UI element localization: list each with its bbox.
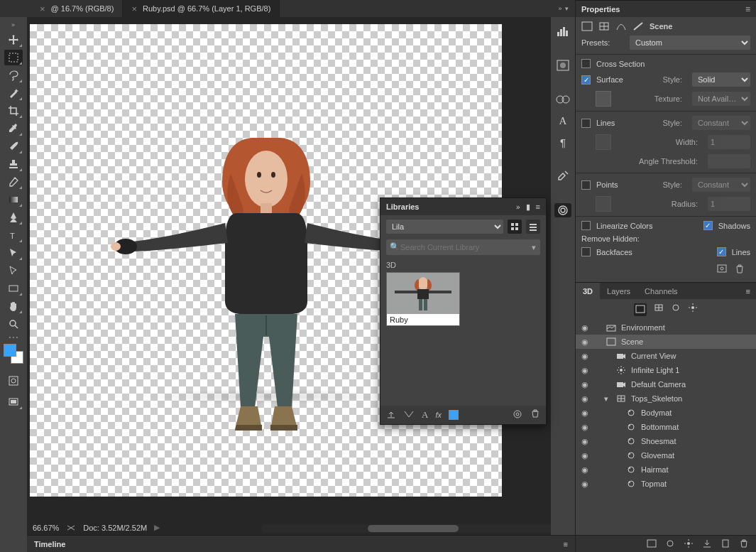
- character-panel-icon[interactable]: A: [554, 114, 571, 128]
- add-color-icon[interactable]: [449, 410, 459, 420]
- direct-selection-tool[interactable]: [4, 263, 23, 278]
- angle-threshold-input[interactable]: [708, 154, 750, 168]
- toolbox-overflow-icon[interactable]: »: [11, 21, 16, 28]
- linearize-checkbox[interactable]: [581, 221, 591, 230]
- magic-wand-tool[interactable]: [4, 85, 23, 101]
- tree-node[interactable]: ◉Shoesmat: [576, 434, 756, 448]
- properties-panel-header[interactable]: Properties ≡: [576, 0, 756, 17]
- filter-scene-icon[interactable]: [634, 303, 647, 316]
- move-tool[interactable]: [4, 32, 23, 48]
- library-item[interactable]: Ruby: [386, 272, 460, 326]
- gradient-tool[interactable]: [4, 192, 23, 207]
- visibility-icon[interactable]: ◉: [580, 408, 590, 418]
- brush-settings-panel-icon[interactable]: [554, 169, 571, 183]
- shadows-checkbox[interactable]: [703, 221, 713, 230]
- filter-mesh-icon[interactable]: [654, 303, 664, 316]
- crop-tool[interactable]: [4, 103, 23, 119]
- visibility-icon[interactable]: ◉: [580, 480, 590, 489]
- libraries-panel[interactable]: Libraries » ▮ ≡ Lila 🔍 ▾ 3D Ruby: [380, 197, 547, 425]
- visibility-icon[interactable]: ◉: [580, 465, 590, 475]
- filter-material-icon[interactable]: [671, 303, 681, 316]
- disclosure-icon[interactable]: ▾: [604, 394, 611, 404]
- presets-select[interactable]: Custom: [630, 36, 750, 50]
- dock-icon[interactable]: ▮: [526, 202, 530, 212]
- visibility-icon[interactable]: ◉: [580, 366, 590, 375]
- histogram-panel-icon[interactable]: [554, 24, 571, 38]
- cc-libraries-panel-icon[interactable]: [554, 203, 571, 217]
- add-text-style-icon[interactable]: A: [422, 409, 428, 421]
- zoom-tool[interactable]: [4, 316, 23, 332]
- render-settings-icon[interactable]: [716, 264, 728, 275]
- visibility-icon[interactable]: ◉: [580, 394, 590, 404]
- collapse-icon[interactable]: »: [516, 203, 520, 211]
- screen-mode-icon[interactable]: [4, 394, 23, 410]
- tree-node[interactable]: ◉Current View: [576, 349, 756, 363]
- search-scope-icon[interactable]: ▾: [532, 243, 536, 252]
- adjustments-panel-icon[interactable]: [554, 92, 571, 107]
- points-radius-input[interactable]: [708, 197, 750, 211]
- zoom-dropdown-icon[interactable]: [66, 524, 76, 531]
- points-checkbox[interactable]: [581, 180, 591, 190]
- tab-layers[interactable]: Layers: [600, 283, 637, 299]
- visibility-icon[interactable]: ◉: [580, 437, 590, 446]
- footer-icon[interactable]: [665, 539, 675, 549]
- upload-icon[interactable]: [386, 410, 396, 420]
- add-to-ground-icon[interactable]: [702, 539, 712, 549]
- foreground-color-swatch[interactable]: [4, 344, 16, 357]
- scrollbar-thumb[interactable]: [368, 525, 459, 532]
- surface-color-swatch[interactable]: [596, 91, 611, 107]
- tree-node[interactable]: ◉Hairmat: [576, 462, 756, 477]
- tree-node[interactable]: ◉Environment: [576, 320, 756, 335]
- footer-icon[interactable]: [647, 539, 657, 549]
- libraries-header[interactable]: Libraries » ▮ ≡: [380, 198, 546, 215]
- tree-node[interactable]: ◉▾Tops_Skeleton: [576, 391, 756, 406]
- trash-icon[interactable]: [735, 264, 745, 275]
- backfaces-checkbox[interactable]: [581, 247, 591, 256]
- visibility-icon[interactable]: ◉: [580, 323, 590, 332]
- new-icon[interactable]: [721, 539, 730, 549]
- pen-tool[interactable]: [4, 210, 23, 225]
- points-color-swatch[interactable]: [596, 196, 611, 212]
- tree-node[interactable]: ◉Bottommat: [576, 420, 756, 434]
- panel-menu-icon[interactable]: ≡: [746, 283, 756, 299]
- close-icon[interactable]: ×: [40, 4, 45, 14]
- brush-tool[interactable]: [4, 139, 23, 154]
- trash-icon[interactable]: [739, 539, 749, 549]
- hand-tool[interactable]: [4, 298, 23, 314]
- lasso-tool[interactable]: [4, 67, 23, 83]
- cross-section-checkbox[interactable]: [581, 59, 591, 68]
- color-swatches[interactable]: [4, 344, 23, 364]
- stamp-tool[interactable]: [4, 156, 23, 172]
- lines2-checkbox[interactable]: [717, 247, 726, 256]
- lines-style-select[interactable]: Constant: [692, 116, 750, 130]
- filter-light-icon[interactable]: [688, 303, 698, 316]
- tree-node[interactable]: ◉Default Camera: [576, 377, 756, 391]
- panel-menu-icon[interactable]: ≡: [564, 540, 568, 548]
- visibility-icon[interactable]: ◉: [580, 380, 590, 389]
- tree-node[interactable]: ◉Scene: [576, 335, 756, 349]
- tree-node[interactable]: ◉Infinite Light 1: [576, 363, 756, 377]
- horizontal-scrollbar[interactable]: [261, 524, 565, 533]
- eraser-tool[interactable]: [4, 174, 23, 190]
- surface-style-select[interactable]: Solid: [692, 72, 750, 87]
- path-selection-tool[interactable]: [4, 245, 23, 261]
- status-caret-icon[interactable]: ▶: [154, 523, 160, 532]
- add-layer-style-icon[interactable]: fx: [435, 411, 442, 419]
- surface-checkbox[interactable]: [581, 75, 591, 85]
- document-tab[interactable]: × @ 16.7% (RGB/8): [31, 0, 123, 17]
- eyedropper-tool[interactable]: [4, 121, 23, 136]
- panel-menu-icon[interactable]: ≡: [536, 202, 540, 211]
- library-select[interactable]: Lila: [386, 220, 503, 234]
- footer-icon[interactable]: [684, 539, 694, 549]
- paragraph-panel-icon[interactable]: ¶: [554, 135, 571, 149]
- list-view-button[interactable]: [526, 220, 540, 234]
- stock-icon[interactable]: [512, 409, 523, 421]
- type-tool[interactable]: T: [4, 227, 23, 243]
- tree-node[interactable]: ◉Glovemat: [576, 448, 756, 462]
- visibility-icon[interactable]: ◉: [580, 423, 590, 432]
- color-panel-icon[interactable]: [554, 58, 571, 72]
- zoom-level[interactable]: 66.67%: [33, 524, 59, 532]
- marquee-tool[interactable]: [4, 50, 23, 65]
- lines-width-input[interactable]: [708, 135, 750, 149]
- surface-texture-select[interactable]: Not Avail…: [692, 92, 750, 106]
